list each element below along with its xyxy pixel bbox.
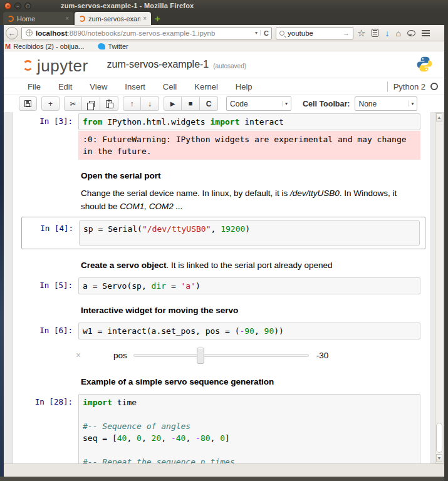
arrow-up-icon: ↑	[130, 100, 134, 108]
copy-icon	[89, 101, 95, 107]
gmail-icon: M	[5, 43, 11, 50]
markdown-heading: Example of a simple servo sequence gener…	[81, 377, 420, 386]
insert-cell-button[interactable]: +	[41, 96, 60, 111]
move-up-button[interactable]: ↑	[123, 96, 141, 111]
jupyter-logo[interactable]: jupyter	[23, 56, 88, 73]
code-line: seq = [40, 0, 20, -40, -80, 0]	[83, 432, 416, 444]
bookmark-twitter[interactable]: Twitter	[98, 43, 128, 50]
new-tab-button[interactable]: +	[155, 14, 160, 23]
chat-bubble-icon[interactable]	[407, 30, 415, 36]
home-icon[interactable]: ⌂	[395, 29, 400, 38]
scroll-up-icon[interactable]: ▲	[436, 113, 442, 122]
toolbar-group: ✂	[64, 96, 118, 111]
notebook-scrollbar[interactable]: ▲ ▼	[435, 112, 444, 463]
code-token: 80	[201, 433, 211, 443]
slider-track[interactable]	[133, 354, 309, 357]
markdown-run: Create a servo object	[81, 261, 167, 270]
window-maximize-button[interactable]: ▢	[24, 3, 31, 9]
code-token: seq = [	[83, 433, 117, 443]
paste-button[interactable]	[100, 96, 118, 111]
tab-home[interactable]: Home ×	[3, 12, 73, 25]
code-token: ,	[254, 326, 264, 336]
menu-help[interactable]: Help	[236, 82, 253, 91]
widget-close-icon[interactable]: ×	[76, 350, 90, 360]
save-button[interactable]	[19, 96, 37, 111]
menu-edit[interactable]: Edit	[58, 82, 72, 91]
code-input[interactable]: a = Servo(sp, dir = 'a')	[78, 277, 420, 294]
code-token: IPython.html.widgets	[102, 117, 210, 127]
cell-toolbar-select[interactable]: None ▾	[355, 96, 417, 111]
code-token: ,	[142, 433, 152, 443]
url-bar[interactable]: localhost :8890/notebooks/zum-servos-exa…	[21, 27, 272, 39]
url-dropdown-icon[interactable]: ▾	[253, 30, 261, 36]
cut-button[interactable]: ✂	[64, 96, 82, 111]
markdown-cell[interactable]: Create a servo object. It is linked to t…	[81, 261, 420, 270]
search-go-icon[interactable]: →	[343, 29, 350, 37]
stop-button[interactable]: ■	[182, 96, 200, 111]
menu-kernel[interactable]: Kernel	[194, 82, 218, 91]
tab-label: Home	[17, 15, 63, 23]
menu-cell[interactable]: Cell	[163, 82, 177, 91]
run-button[interactable]: ▶	[164, 96, 182, 111]
code-input[interactable]: w1 = interact(a.set_pos, pos = (-90, 90)…	[78, 323, 420, 339]
tab-zum-servos-example-1[interactable]: zum-servos-example-1 ×	[75, 12, 151, 25]
bookmark-star-icon[interactable]: ☆	[357, 28, 365, 38]
back-button[interactable]: ←	[6, 27, 18, 39]
menu-file[interactable]: File	[28, 82, 41, 91]
toolbar-group	[19, 96, 37, 111]
chevron-down-icon: ▾	[408, 101, 414, 106]
notebook-title[interactable]: zum-servos-example-1	[107, 59, 209, 70]
bookmarks-list-icon[interactable]	[372, 29, 378, 37]
bookmark-gmail[interactable]: M Recibidos (2) - obijua...	[5, 43, 84, 50]
arrow-down-icon: ↓	[148, 100, 152, 108]
markdown-cell[interactable]: Interactive widget for moving the servo	[81, 306, 420, 315]
toolbar-group: ▶■C	[164, 96, 218, 111]
window-close-button[interactable]: ×	[4, 3, 11, 9]
scrollbar-thumb[interactable]	[436, 423, 442, 453]
stop-icon: ■	[189, 100, 193, 107]
code-token: import	[83, 398, 112, 407]
search-bar[interactable]: →	[276, 27, 353, 39]
code-token: 20	[152, 433, 162, 443]
code-token: sp = Serial(	[83, 224, 142, 234]
reload-icon[interactable]: C	[261, 29, 269, 37]
markdown-paragraph: Change the serial device name. In linux,…	[81, 187, 420, 213]
toolbar-buttons: +✂↑↓▶■C	[19, 96, 222, 111]
cell-type-select[interactable]: Code ▾	[226, 96, 291, 111]
jupyter-header: jupyter zum-servos-example-1 (autosaved)	[0, 51, 448, 78]
code-token: interact	[239, 117, 283, 127]
search-input[interactable]	[288, 29, 343, 37]
code-input[interactable]: sp = Serial("/dev/ttyUSB0", 19200)	[79, 220, 420, 246]
menu-hamburger-icon[interactable]	[422, 30, 430, 31]
chevron-down-icon: ▾	[282, 101, 288, 106]
url-host: localhost	[36, 29, 67, 37]
code-token: ]	[225, 433, 230, 443]
markdown-run: COM1, COM2 ...	[120, 202, 183, 211]
tab-close-icon[interactable]: ×	[143, 15, 147, 22]
scroll-down-icon[interactable]: ▼	[436, 454, 442, 462]
markdown-heading: Interactive widget for moving the servo	[81, 306, 420, 315]
markdown-cell[interactable]: Open the serial portChange the serial de…	[81, 171, 420, 213]
output-row: :0: FutureWarning: IPython widgets are e…	[13, 131, 430, 160]
tab-close-icon[interactable]: ×	[65, 15, 69, 22]
code-token: w1 = interact(a.set_pos, pos = (	[83, 326, 239, 336]
code-line: #-- Repeat the sequence n times	[83, 456, 416, 463]
code-line	[83, 408, 416, 420]
restart-button[interactable]: C	[200, 96, 218, 111]
markdown-cell[interactable]: Example of a simple servo sequence gener…	[81, 377, 420, 386]
code-cell: In [28]:import time #-- Sequence of angl…	[13, 394, 430, 463]
code-token: 19200	[221, 224, 245, 234]
window-minimize-button[interactable]: –	[14, 3, 21, 9]
code-cell-row: In [6]:w1 = interact(a.set_pos, pos = (-…	[13, 323, 430, 339]
menu-insert[interactable]: Insert	[125, 82, 145, 91]
code-input[interactable]: from IPython.html.widgets import interac…	[78, 113, 420, 130]
code-input[interactable]: import time #-- Sequence of anglesseq = …	[78, 394, 420, 463]
tab-label: zum-servos-example-1	[88, 15, 140, 23]
slider-handle[interactable]	[197, 348, 204, 364]
toolbar-group: +	[41, 96, 60, 111]
move-down-button[interactable]: ↓	[141, 96, 159, 111]
menu-view[interactable]: View	[90, 82, 107, 91]
downloads-icon[interactable]: ↓	[385, 29, 389, 38]
copy-button[interactable]	[82, 96, 100, 111]
window-title: zum-servos-example-1 - Mozilla Firefox	[61, 2, 194, 9]
